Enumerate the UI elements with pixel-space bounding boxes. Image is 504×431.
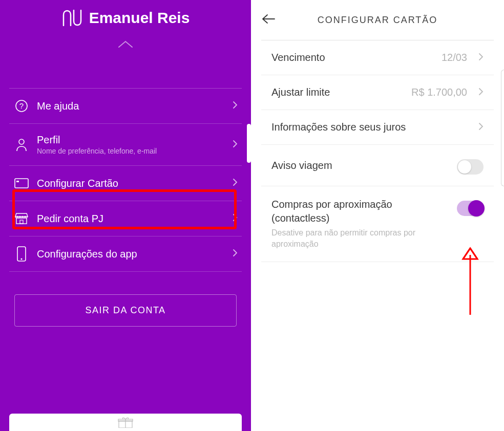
scrollbar-thumb[interactable] <box>247 124 251 163</box>
setting-label: Ajustar limite <box>271 87 406 98</box>
setting-label: Informações sobre seus juros <box>271 121 473 133</box>
menu-item-label: Pedir conta PJ <box>37 213 224 225</box>
setting-contactless: Compras por aproximação (contactless) De… <box>261 186 494 262</box>
travel-notice-toggle[interactable] <box>457 159 484 175</box>
svg-rect-6 <box>20 220 23 224</box>
account-menu: ? Me ajuda Perfil Nome de preferência, t… <box>9 89 242 272</box>
chevron-right-icon <box>233 213 238 224</box>
storefront-icon <box>14 211 29 226</box>
sign-out-button[interactable]: SAIR DA CONTA <box>14 294 237 327</box>
settings-header: CONFIGURAR CARTÃO <box>251 8 504 40</box>
chevron-right-icon <box>478 122 484 133</box>
chevron-right-icon <box>478 88 484 98</box>
setting-travel-notice: Aviso viagem <box>261 145 494 186</box>
account-header: Emanuel Reis <box>9 0 242 27</box>
setting-value: R$ 1.700,00 <box>411 87 467 98</box>
chevron-right-icon <box>233 178 238 188</box>
side-scroll-indicator <box>501 70 504 186</box>
menu-item-sublabel: Nome de preferência, telefone, e-mail <box>37 147 224 155</box>
card-settings-panel: CONFIGURAR CARTÃO Vencimento 12/03 Ajust… <box>251 0 504 431</box>
setting-adjust-limit[interactable]: Ajustar limite R$ 1.700,00 <box>261 75 494 110</box>
gift-icon <box>118 417 133 430</box>
menu-item-business-account[interactable]: Pedir conta PJ <box>9 201 242 236</box>
menu-item-label: Perfil <box>37 134 224 146</box>
profile-icon <box>14 138 29 152</box>
svg-rect-3 <box>15 179 28 188</box>
chevron-right-icon <box>233 249 238 259</box>
menu-item-label: Configurações do app <box>37 248 224 260</box>
phone-icon <box>14 247 29 261</box>
setting-description: Desative para não permitir compras por a… <box>271 227 451 250</box>
menu-item-help[interactable]: ? Me ajuda <box>9 89 242 124</box>
menu-item-profile[interactable]: Perfil Nome de preferência, telefone, e-… <box>9 124 242 166</box>
setting-label: Compras por aproximação (contactless) <box>271 198 451 225</box>
settings-title: CONFIGURAR CARTÃO <box>261 15 494 26</box>
setting-due-date[interactable]: Vencimento 12/03 <box>261 40 494 75</box>
chevron-right-icon <box>478 53 484 63</box>
menu-item-label: Me ajuda <box>37 100 224 112</box>
chevron-right-icon <box>233 140 238 150</box>
menu-item-configure-card[interactable]: Configurar Cartão <box>9 166 242 201</box>
menu-item-app-settings[interactable]: Configurações do app <box>9 236 242 272</box>
card-icon <box>14 176 29 190</box>
account-username: Emanuel Reis <box>89 9 190 27</box>
svg-point-2 <box>19 139 24 144</box>
svg-text:?: ? <box>19 101 24 110</box>
setting-value: 12/03 <box>442 52 467 63</box>
svg-rect-5 <box>16 218 27 224</box>
nubank-logo <box>61 10 83 26</box>
collapse-menu-button[interactable] <box>118 40 133 48</box>
contactless-toggle[interactable] <box>457 201 484 216</box>
help-icon: ? <box>14 99 29 113</box>
svg-point-8 <box>20 258 22 260</box>
setting-label: Vencimento <box>271 52 436 63</box>
setting-interest-info[interactable]: Informações sobre seus juros <box>261 110 494 145</box>
chevron-right-icon <box>233 101 238 111</box>
setting-label: Aviso viagem <box>271 160 452 171</box>
promotion-card[interactable] <box>9 414 242 431</box>
account-menu-panel: Emanuel Reis ? Me ajuda Perfil Nome de p… <box>0 0 251 431</box>
svg-rect-4 <box>16 181 19 182</box>
menu-item-label: Configurar Cartão <box>37 178 224 189</box>
